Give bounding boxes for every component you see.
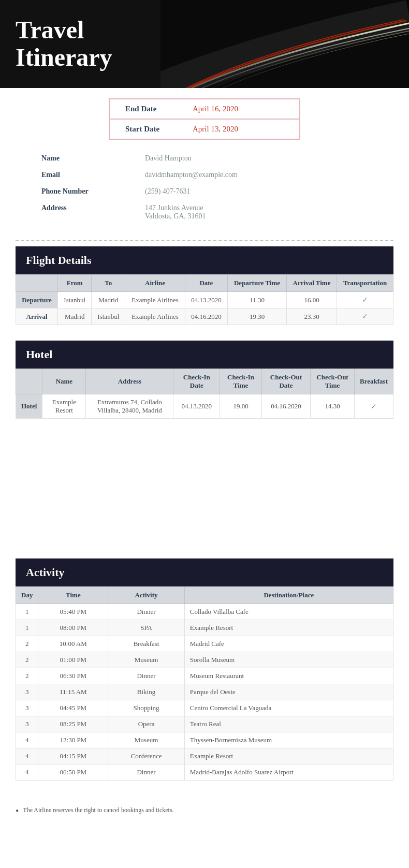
flight-row-label: Departure	[16, 292, 58, 308]
activity-name: Biking	[108, 684, 184, 700]
flight-col-transport: Transportation	[337, 275, 393, 292]
start-date-value: April 13, 2020	[193, 125, 238, 134]
end-date-value: April 16, 2020	[193, 105, 238, 113]
hotel-breakfast-check: ✓	[355, 394, 393, 419]
activity-day: 4	[16, 764, 38, 781]
activity-row: 2 10:00 AM Breakfast Madrid Cafe	[16, 636, 393, 652]
activity-table: Day Time Activity Destination/Place 1 05…	[16, 586, 393, 781]
phone-row: Phone Number (259) 407-7631	[41, 183, 368, 200]
activity-row: 4 04:15 PM Conference Example Resort	[16, 748, 393, 764]
activity-section: Activity Day Time Activity Destination/P…	[0, 558, 409, 781]
section-divider	[16, 240, 393, 241]
hotel-checkin-time: 19.00	[220, 394, 262, 419]
bullet-icon: •	[16, 806, 19, 816]
spacer	[0, 434, 409, 548]
activity-time: 10:00 AM	[38, 636, 108, 652]
footer-note: • The Airline reserves the right to canc…	[0, 796, 409, 831]
activity-time: 06:50 PM	[38, 764, 108, 781]
activity-col-destination: Destination/Place	[184, 587, 393, 604]
hotel-address: Extramuros 74, Collado Villalba, 28400, …	[86, 394, 173, 419]
activity-day: 2	[16, 636, 38, 652]
email-value: davidmhampton@example.com	[145, 171, 238, 179]
activity-destination: Sorolla Museum	[184, 652, 393, 668]
activity-row: 1 08:00 PM SPA Example Resort	[16, 620, 393, 636]
activity-time: 05:40 PM	[38, 604, 108, 620]
activity-destination: Museum Restaurant	[184, 668, 393, 684]
activity-time: 04:15 PM	[38, 748, 108, 764]
activity-destination: Collado Villalba Cafe	[184, 604, 393, 620]
activity-table-wrapper: Day Time Activity Destination/Place 1 05…	[16, 586, 393, 781]
activity-destination: Example Resort	[184, 620, 393, 636]
flight-date: 04.16.2020	[185, 308, 227, 325]
phone-label: Phone Number	[41, 187, 145, 196]
activity-day: 3	[16, 684, 38, 700]
activity-day: 3	[16, 700, 38, 716]
flight-arrival-time: 16.00	[287, 292, 337, 308]
footer-text: The Airline reserves the right to cancel…	[23, 806, 173, 814]
date-box: End Date April 16, 2020 Start Date April…	[109, 98, 300, 140]
flight-col-arrival: Arrival Time	[287, 275, 337, 292]
activity-col-time: Time	[38, 587, 108, 604]
activity-time: 11:15 AM	[38, 684, 108, 700]
hotel-checkin-date: 04.13.2020	[173, 394, 220, 419]
flight-row: Departure Istanbul Madrid Example Airlin…	[16, 292, 393, 308]
activity-destination: Madrid-Barajas Adolfo Suarez Airport	[184, 764, 393, 781]
activity-time: 06:30 PM	[38, 668, 108, 684]
phone-value: (259) 407-7631	[145, 187, 191, 196]
activity-day: 1	[16, 604, 38, 620]
activity-name: SPA	[108, 620, 184, 636]
flight-departure: 19.30	[228, 308, 287, 325]
activity-name: Museum	[108, 732, 184, 748]
email-label: Email	[41, 171, 145, 179]
activity-row: 3 11:15 AM Biking Parque del Oeste	[16, 684, 393, 700]
activity-time: 08:25 PM	[38, 716, 108, 732]
activity-destination: Centro Comercial La Vaguada	[184, 700, 393, 716]
flight-row: Arrival Madrid Istanbul Example Airlines…	[16, 308, 393, 325]
hotel-col-checkin-date: Check-In Date	[173, 369, 220, 394]
flight-airline: Example Airlines	[125, 308, 185, 325]
flight-airline: Example Airlines	[125, 292, 185, 308]
flight-date: 04.13.2020	[185, 292, 227, 308]
hotel-col-checkin-time: Check-In Time	[220, 369, 262, 394]
hotel-table: Name Address Check-In Date Check-In Time…	[16, 369, 393, 419]
name-row: Name David Hampton	[41, 150, 368, 167]
activity-section-header: Activity	[16, 558, 393, 586]
hotel-col-checkout-date: Check-Out Date	[261, 369, 310, 394]
flight-from: Istanbul	[58, 292, 92, 308]
flight-from: Madrid	[58, 308, 92, 325]
flight-col-date: Date	[185, 275, 227, 292]
activity-name: Dinner	[108, 668, 184, 684]
activity-day: 2	[16, 668, 38, 684]
email-row: Email davidmhampton@example.com	[41, 167, 368, 183]
flight-transport-check: ✓	[337, 292, 393, 308]
flight-table: From To Airline Date Departure Time Arri…	[16, 274, 393, 325]
hotel-col-address: Address	[86, 369, 173, 394]
hotel-header-row: Name Address Check-In Date Check-In Time…	[16, 369, 393, 394]
activity-name: Shopping	[108, 700, 184, 716]
hotel-checkout-time: 14.30	[311, 394, 355, 419]
activity-time: 01:00 PM	[38, 652, 108, 668]
activity-row: 3 04:45 PM Shopping Centro Comercial La …	[16, 700, 393, 716]
activity-destination: Example Resort	[184, 748, 393, 764]
hotel-section: Hotel Name Address Check-In Date Check-I…	[0, 341, 409, 419]
activity-destination: Thyssen-Bornemisza Museum	[184, 732, 393, 748]
hotel-col-breakfast: Breakfast	[355, 369, 393, 394]
hotel-col-checkout-time: Check-Out Time	[311, 369, 355, 394]
flight-transport-check: ✓	[337, 308, 393, 325]
end-date-label: End Date	[125, 105, 193, 113]
activity-col-activity: Activity	[108, 587, 184, 604]
activity-col-day: Day	[16, 587, 38, 604]
activity-time: 08:00 PM	[38, 620, 108, 636]
activity-time: 04:45 PM	[38, 700, 108, 716]
flight-col-from: From	[58, 275, 92, 292]
flight-section: Flight Details From To Airline Date Depa…	[0, 246, 409, 325]
hotel-section-header: Hotel	[16, 341, 393, 369]
date-box-wrapper: End Date April 16, 2020 Start Date April…	[0, 88, 409, 145]
flight-col-departure: Departure Time	[228, 275, 287, 292]
page-title: Travel Itinerary	[16, 17, 112, 71]
flight-section-header: Flight Details	[16, 246, 393, 274]
activity-destination: Teatro Real	[184, 716, 393, 732]
name-label: Name	[41, 154, 145, 163]
activity-row: 2 01:00 PM Museum Sorolla Museum	[16, 652, 393, 668]
activity-name: Dinner	[108, 604, 184, 620]
